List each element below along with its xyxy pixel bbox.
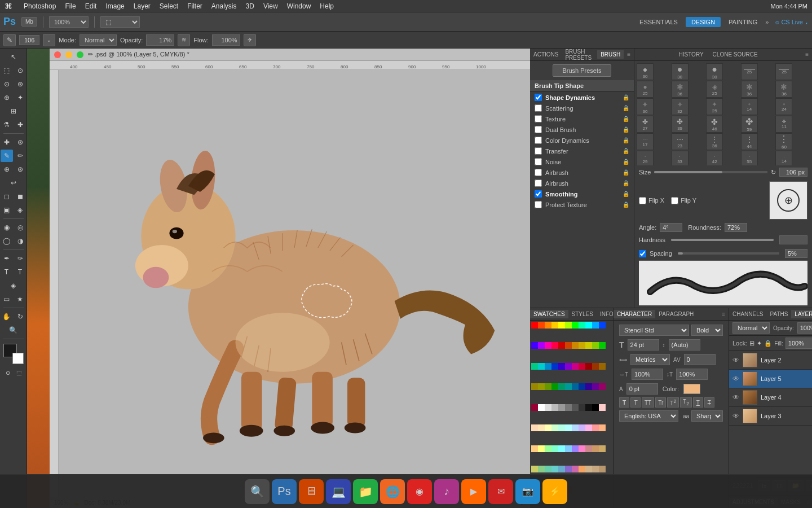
swatch-color[interactable] <box>585 404 592 411</box>
text-tool[interactable]: T <box>1 266 13 278</box>
tab-info[interactable]: INFO <box>597 310 614 318</box>
color-sampler-tool[interactable]: ✚ <box>14 119 27 131</box>
paint-bucket-tool[interactable]: ◈ <box>14 204 27 216</box>
menu-window[interactable]: Window <box>283 2 316 10</box>
superscript-btn[interactable]: T2 <box>667 397 679 408</box>
flip-x-checkbox[interactable] <box>639 197 646 204</box>
menu-layer[interactable]: Layer <box>129 2 155 10</box>
swatch-color[interactable] <box>572 466 579 472</box>
transfer-lock[interactable]: 🔒 <box>623 148 629 154</box>
brush-tip-29[interactable]: ·55 <box>741 151 758 165</box>
swatch-color[interactable] <box>551 404 558 411</box>
magic-wand-tool[interactable]: ✦ <box>14 91 27 104</box>
marquee-rect-tool[interactable]: ⬚ <box>1 64 13 77</box>
tab-channels[interactable]: CHANNELS <box>729 310 766 318</box>
dual-brush-lock[interactable]: 🔒 <box>623 126 629 133</box>
menu-select[interactable]: Select <box>155 2 183 10</box>
brush-tip-30[interactable]: ·14 <box>775 151 792 165</box>
brush-tip-18[interactable]: ✤46 <box>706 116 723 133</box>
swatch-color[interactable] <box>599 445 606 452</box>
swatch-color[interactable] <box>531 342 538 349</box>
dock-app5[interactable]: ◉ <box>407 479 432 504</box>
swatch-color[interactable] <box>585 342 592 349</box>
swatch-color[interactable] <box>565 322 572 329</box>
swatch-color[interactable] <box>531 363 538 370</box>
scale-v-input[interactable] <box>676 369 708 380</box>
swatch-color[interactable] <box>585 445 592 452</box>
brush-settings-collapse[interactable]: ≡ <box>802 51 812 58</box>
tab-actions[interactable]: ACTIONS <box>530 50 562 59</box>
window-minimize-btn[interactable] <box>65 51 72 58</box>
brush-tip-6[interactable]: ●25 <box>637 81 654 98</box>
swatch-color[interactable] <box>565 445 572 452</box>
tab-brush-presets[interactable]: BRUSH PRESETS <box>562 49 597 61</box>
color-picker-swatch[interactable] <box>683 384 700 394</box>
swatch-color[interactable] <box>558 363 565 370</box>
polygon-lasso-tool[interactable]: ⊛ <box>14 78 27 90</box>
swatch-color[interactable] <box>565 342 572 349</box>
swatch-color[interactable] <box>579 466 585 472</box>
cs-live-button[interactable]: ⌾ CS Live ▾ <box>775 19 809 25</box>
free-pen-tool[interactable]: ✑ <box>14 252 27 265</box>
menu-image[interactable]: Image <box>101 2 129 10</box>
brush-option-transfer[interactable]: Transfer 🔒 <box>530 146 634 156</box>
brush-presets-btn[interactable]: Brush Presets <box>553 64 611 77</box>
brush-option-scattering[interactable]: Scattering 🔒 <box>530 103 634 113</box>
brush-option-smoothing[interactable]: Smoothing 🔒 <box>530 189 634 199</box>
clone-stamp-tool[interactable]: ⊕ <box>1 163 13 176</box>
brush-option-noise[interactable]: Noise 🔒 <box>530 156 634 167</box>
patch-tool[interactable]: ⊛ <box>14 136 27 148</box>
opacity-jitter-btn[interactable]: ≋ <box>178 34 190 46</box>
tab-paths[interactable]: PATHS <box>766 310 791 318</box>
swatch-color[interactable] <box>551 322 558 329</box>
brush-tip-11[interactable]: ✦36 <box>637 98 654 115</box>
underline-btn[interactable]: T <box>693 397 703 408</box>
leading-input[interactable] <box>669 339 700 351</box>
brush-size-display[interactable]: 106 <box>19 35 39 45</box>
swatch-color[interactable] <box>579 424 585 431</box>
swatch-color[interactable] <box>551 445 558 452</box>
texture-lock[interactable]: 🔒 <box>623 116 629 122</box>
protect-texture-lock[interactable]: 🔒 <box>623 202 629 208</box>
swatch-color[interactable] <box>545 342 551 349</box>
layer-row-4[interactable]: 👁 Layer 4 <box>729 388 812 407</box>
brush-option-wet-edges[interactable]: Airbrush 🔒 <box>530 167 634 178</box>
shape-dynamics-lock[interactable]: 🔒 <box>623 94 629 100</box>
brush-tip-15[interactable]: ●24 <box>775 98 792 115</box>
brush-tip-8[interactable]: ◈25 <box>706 81 723 98</box>
workspace-painting[interactable]: PAINTING <box>723 17 763 27</box>
transfer-checkbox[interactable] <box>535 147 542 155</box>
noise-lock[interactable]: 🔒 <box>623 159 629 165</box>
brush-tip-20[interactable]: ✤11 <box>775 116 792 133</box>
workspace-more[interactable]: » <box>765 19 769 25</box>
swatch-color[interactable] <box>572 424 579 431</box>
brush-clone-tab[interactable]: CLONE SOURCE <box>708 50 762 59</box>
tab-character[interactable]: CHARACTER <box>614 310 655 318</box>
brush-tip-26[interactable]: ·29 <box>637 151 654 165</box>
workspace-design[interactable]: DESIGN <box>686 17 721 27</box>
swatch-color[interactable] <box>572 404 579 411</box>
swatch-color[interactable] <box>592 404 599 411</box>
brush-history-tab[interactable]: HISTORY <box>674 50 708 59</box>
mode-select[interactable]: Normal <box>80 34 117 46</box>
swatch-color[interactable] <box>592 363 599 370</box>
flip-x-check[interactable]: Flip X <box>639 197 664 204</box>
path-select-tool[interactable]: ◈ <box>7 279 20 292</box>
layer-3-visibility[interactable]: 👁 <box>732 412 739 420</box>
layer-5-visibility[interactable]: 👁 <box>732 375 739 383</box>
swatch-color[interactable] <box>538 342 545 349</box>
brush-tip-28[interactable]: ·42 <box>706 151 723 165</box>
font-family-select[interactable]: Stencil Std <box>619 325 689 336</box>
brush-tip-16[interactable]: ✤27 <box>637 116 654 133</box>
swatch-color[interactable] <box>572 363 579 370</box>
swatch-color[interactable] <box>579 322 585 329</box>
menu-analysis[interactable]: Analysis <box>207 2 241 10</box>
fill-input[interactable] <box>785 338 812 349</box>
menu-view[interactable]: View <box>259 2 283 10</box>
flip-y-checkbox[interactable] <box>671 197 678 204</box>
sharpen-tool[interactable]: ◎ <box>14 221 27 234</box>
brush-tip-24[interactable]: ⋮44 <box>741 133 758 150</box>
swatch-color[interactable] <box>565 383 572 390</box>
blend-mode-select[interactable]: Normal <box>732 322 770 334</box>
dock-app9[interactable]: 📷 <box>515 479 540 504</box>
